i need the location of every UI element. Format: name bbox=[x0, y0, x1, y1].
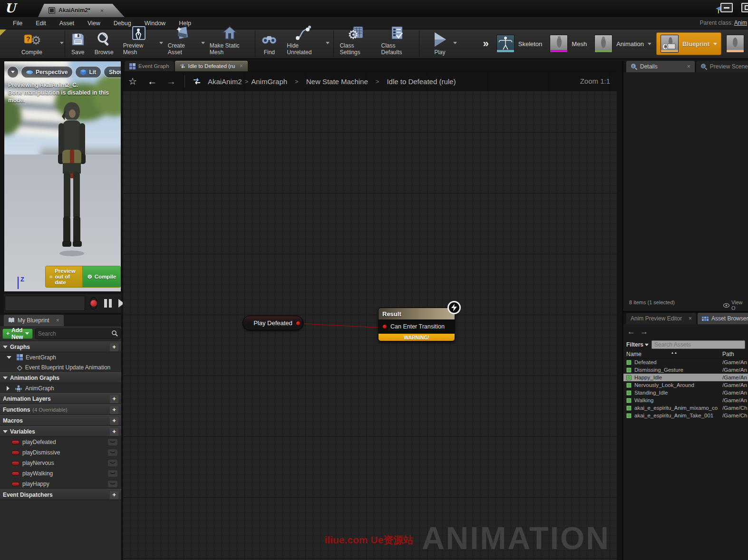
collapse-icon[interactable] bbox=[7, 386, 10, 391]
class-settings-button[interactable]: ⚙ Class Settings bbox=[335, 29, 376, 58]
play-button[interactable]: Play bbox=[420, 29, 459, 58]
parent-class-link[interactable]: Anim bbox=[734, 19, 747, 26]
create-asset-button[interactable]: Create Asset bbox=[163, 29, 205, 58]
section-variables[interactable]: Variables + bbox=[0, 426, 121, 437]
breadcrumb-root[interactable]: AkaiAnim2 bbox=[205, 77, 245, 86]
assets-forward-icon[interactable]: → bbox=[640, 327, 648, 337]
animation-mode-button[interactable]: Animation bbox=[591, 29, 655, 58]
add-macro-button[interactable]: + bbox=[110, 417, 118, 425]
result-node-header[interactable]: Result bbox=[379, 308, 455, 319]
asset-document-tab[interactable]: AkaiAnim2* × bbox=[38, 4, 125, 17]
play-dropdown-icon[interactable] bbox=[453, 42, 457, 44]
nav-back-icon[interactable]: ← bbox=[143, 76, 162, 87]
debug-object-field[interactable] bbox=[5, 296, 85, 311]
my-blueprint-tab[interactable]: My Blueprint × bbox=[4, 315, 64, 326]
breadcrumb-rule[interactable]: Idle to Defeated (rule) bbox=[384, 77, 458, 86]
variable-row[interactable]: playDefeated bbox=[0, 437, 121, 447]
menu-edit[interactable]: Edit bbox=[29, 18, 52, 29]
output-pin[interactable] bbox=[296, 321, 301, 326]
find-button[interactable]: Find bbox=[256, 29, 282, 58]
add-animation-layer-button[interactable]: + bbox=[110, 395, 118, 403]
record-button[interactable] bbox=[90, 297, 97, 309]
mesh-mode-button[interactable]: Mesh bbox=[546, 29, 591, 58]
asset-row[interactable]: akai_e_espiritu_Anim_Take_001 /Game/Ch bbox=[623, 412, 748, 419]
class-defaults-button[interactable]: Class Defaults bbox=[377, 29, 418, 58]
nav-forward-icon[interactable]: → bbox=[162, 76, 181, 87]
compile-dropdown-icon[interactable] bbox=[60, 42, 64, 44]
details-tab[interactable]: i Details × bbox=[626, 61, 695, 72]
toolbar-overflow-icon[interactable]: » bbox=[479, 38, 492, 50]
tab-event-graph[interactable]: Event Graph bbox=[125, 61, 174, 71]
perspective-button[interactable]: Perspective bbox=[21, 66, 73, 78]
asset-tab-close-icon[interactable]: × bbox=[100, 7, 104, 14]
section-animation-graphs[interactable]: Animation Graphs bbox=[0, 372, 121, 383]
window-maximize-button[interactable] bbox=[741, 3, 748, 12]
preview-mesh-button[interactable]: Preview Mesh bbox=[118, 29, 163, 58]
add-variable-button[interactable]: + bbox=[110, 428, 118, 436]
viewport-options-button[interactable] bbox=[7, 66, 19, 78]
section-event-dispatchers[interactable]: Event Dispatchers + bbox=[0, 489, 121, 500]
anim-preview-editor-tab[interactable]: Anim Preview Editor × bbox=[626, 313, 696, 324]
assets-back-icon[interactable]: ← bbox=[627, 327, 635, 337]
blueprint-mode-button[interactable]: ✱ Blueprint bbox=[656, 32, 721, 55]
filters-button[interactable]: Filters bbox=[626, 341, 649, 348]
create-asset-dropdown-icon[interactable] bbox=[201, 42, 205, 44]
variable-row[interactable]: playHappy bbox=[0, 479, 121, 489]
breadcrumb-animgraph[interactable]: AnimGraph bbox=[248, 77, 290, 86]
tab-idle-to-defeated[interactable]: Idle to Defeated (ru × bbox=[175, 61, 248, 71]
window-minimize-button[interactable] bbox=[720, 3, 733, 12]
browse-button[interactable]: Browse bbox=[90, 29, 118, 58]
section-graphs[interactable]: Graphs + bbox=[0, 341, 121, 352]
section-animation-layers[interactable]: Animation Layers + bbox=[0, 393, 121, 404]
compile-button[interactable]: ⚙? Compile bbox=[0, 29, 64, 58]
asset-row[interactable]: Standing_Idle /Game/An bbox=[623, 389, 748, 396]
hide-unrelated-button[interactable]: Hide Unrelated bbox=[282, 29, 332, 58]
pause-button[interactable] bbox=[104, 299, 112, 308]
lit-button[interactable]: Lit bbox=[75, 66, 101, 78]
column-name[interactable]: Name bbox=[626, 351, 641, 357]
variable-visibility-icon[interactable] bbox=[108, 470, 117, 477]
graph-canvas[interactable] bbox=[123, 71, 617, 560]
menu-file[interactable]: File bbox=[7, 18, 29, 29]
asset-search-input[interactable] bbox=[651, 340, 745, 349]
asset-row[interactable]: Nervously_Look_Around /Game/An bbox=[623, 381, 748, 389]
add-graph-button[interactable]: + bbox=[110, 343, 118, 351]
anim-preview-close-icon[interactable]: × bbox=[689, 315, 692, 322]
asset-browser-tab[interactable]: Asset Browser bbox=[698, 313, 748, 324]
variable-visibility-icon[interactable] bbox=[108, 481, 117, 487]
make-static-mesh-button[interactable]: Make Static Mesh bbox=[205, 29, 254, 58]
add-event-dispatcher-button[interactable]: + bbox=[110, 491, 118, 499]
can-enter-transition-pin[interactable] bbox=[382, 324, 387, 329]
add-new-button[interactable]: + Add New bbox=[2, 328, 33, 339]
section-macros[interactable]: Macros + bbox=[0, 415, 121, 426]
asset-row[interactable]: akai_e_espiritu_Anim_mixamo_co /Game/Ch bbox=[623, 404, 748, 412]
play-defeated-node[interactable]: Play Defeated bbox=[243, 316, 303, 330]
asset-row[interactable]: Defeated /Game/An bbox=[623, 358, 748, 366]
event-node-row[interactable]: ◇ Event Blueprint Update Animation bbox=[0, 362, 121, 372]
viewport-compile-button[interactable]: ⚙ Compile bbox=[82, 266, 120, 287]
section-functions[interactable]: Functions (4 Overridable) + bbox=[0, 404, 121, 415]
save-button[interactable]: Save bbox=[66, 29, 90, 58]
preview-viewport[interactable]: Perspective Lit Show C Previewing AkaiAn… bbox=[4, 61, 121, 292]
hide-unrelated-dropdown-icon[interactable] bbox=[326, 42, 330, 44]
tab-close-icon[interactable]: × bbox=[240, 63, 243, 69]
variable-row[interactable]: playNervous bbox=[0, 458, 121, 468]
eventgraph-row[interactable]: EventGraph bbox=[0, 352, 121, 362]
favorite-star-icon[interactable]: ☆ bbox=[123, 76, 143, 87]
preview-scene-settings-tab[interactable]: i Preview Scene Se bbox=[696, 61, 748, 72]
result-node[interactable]: Result Can Enter Transition WARNING! bbox=[378, 308, 455, 341]
details-close-icon[interactable]: × bbox=[687, 63, 690, 70]
sort-icon[interactable]: ▲▲ bbox=[671, 351, 678, 354]
preview-mesh-dropdown-icon[interactable] bbox=[159, 42, 163, 44]
my-blueprint-close-icon[interactable]: × bbox=[56, 317, 59, 324]
menu-view[interactable]: View bbox=[81, 18, 107, 29]
variable-visibility-icon[interactable] bbox=[108, 460, 117, 466]
menu-asset[interactable]: Asset bbox=[53, 18, 80, 29]
blueprint-search-input[interactable] bbox=[38, 330, 112, 337]
asset-row-selected[interactable]: Happy_Idle /Game/An bbox=[623, 374, 748, 381]
animgraph-row[interactable]: AnimGraph bbox=[0, 383, 121, 393]
variable-visibility-icon[interactable] bbox=[108, 449, 117, 456]
column-path[interactable]: Path bbox=[722, 351, 734, 357]
show-button[interactable]: Show bbox=[104, 66, 121, 78]
extra-mode-button[interactable] bbox=[722, 29, 748, 58]
